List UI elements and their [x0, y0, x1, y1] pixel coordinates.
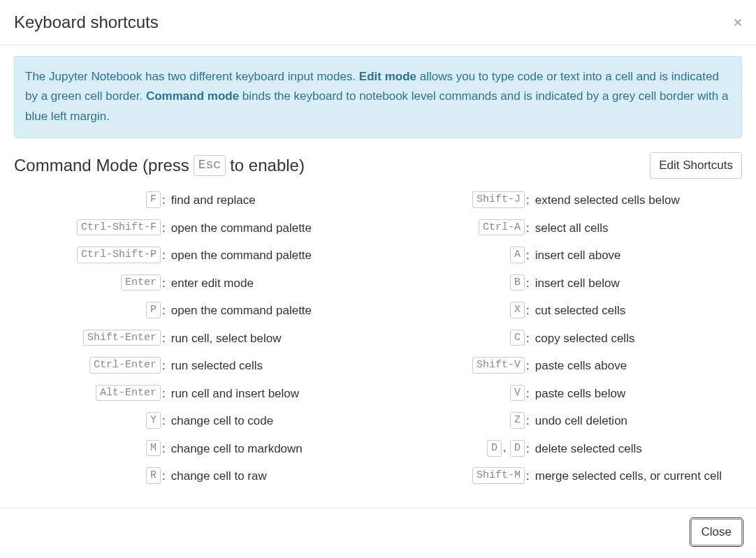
shortcut-keys: A: [378, 247, 525, 263]
shortcut-description: change cell to raw: [168, 467, 267, 485]
shortcuts-right-column: Shift-J:extend selected cells belowCtrl-…: [378, 191, 742, 487]
shortcut-keys: Shift-M: [378, 467, 525, 484]
shortcut-keys: Ctrl-A: [378, 219, 525, 236]
key-kbd: Z: [510, 412, 525, 429]
shortcut-row: P:open the command palette: [14, 302, 378, 320]
section-header: Command Mode (press Esc to enable) Edit …: [14, 152, 742, 179]
section-title: Command Mode (press Esc to enable): [14, 155, 305, 175]
close-button[interactable]: Close: [691, 519, 742, 545]
key-kbd: Ctrl-Shift-P: [77, 247, 161, 263]
shortcut-row: Shift-Enter:run cell, select below: [14, 330, 378, 348]
key-kbd: Shift-M: [472, 467, 525, 484]
section-title-post: to enable): [230, 156, 305, 175]
shortcut-row: Enter:enter edit mode: [14, 274, 378, 293]
info-bold-edit-mode: Edit mode: [359, 70, 416, 83]
key-kbd: Alt-Enter: [96, 385, 161, 402]
key-kbd: Y: [146, 412, 161, 429]
shortcut-row: Ctrl-Enter:run selected cells: [14, 357, 378, 375]
shortcut-keys: R: [14, 467, 161, 484]
shortcut-description: delete selected cells: [532, 440, 642, 458]
shortcut-description: cut selected cells: [532, 302, 625, 320]
colon: :: [525, 357, 532, 375]
shortcut-row: Shift-J:extend selected cells below: [378, 191, 742, 210]
key-kbd: X: [510, 302, 525, 318]
shortcut-keys: Shift-Enter: [14, 330, 161, 346]
modal-footer: Close: [0, 508, 756, 558]
colon: :: [161, 330, 168, 348]
shortcut-keys: M: [14, 440, 161, 457]
shortcut-keys: B: [378, 274, 525, 291]
shortcut-row: Y:change cell to code: [14, 412, 378, 430]
edit-shortcuts-button[interactable]: Edit Shortcuts: [650, 152, 742, 179]
shortcut-keys: Shift-J: [378, 191, 525, 208]
colon: :: [161, 440, 168, 458]
shortcut-description: enter edit mode: [168, 274, 254, 293]
colon: :: [161, 467, 168, 485]
key-kbd: B: [510, 274, 525, 291]
shortcut-description: open the command palette: [168, 247, 312, 265]
shortcut-keys: F: [14, 191, 161, 208]
colon: :: [525, 330, 532, 348]
shortcut-keys: Ctrl-Enter: [14, 357, 161, 374]
key-kbd: Ctrl-Shift-F: [77, 219, 161, 236]
shortcut-row: Shift-M:merge selected cells, or current…: [378, 467, 742, 487]
colon: :: [161, 412, 168, 430]
esc-key: Esc: [194, 155, 226, 175]
colon: :: [525, 191, 532, 210]
shortcut-description: open the command palette: [168, 219, 312, 237]
colon: :: [161, 191, 168, 210]
shortcut-keys: Ctrl-Shift-F: [14, 219, 161, 236]
shortcut-keys: C: [378, 330, 525, 346]
close-icon[interactable]: ×: [734, 15, 742, 29]
key-kbd: F: [146, 191, 161, 208]
colon: :: [525, 385, 532, 403]
key-kbd: D: [487, 440, 502, 457]
shortcut-keys: Y: [14, 412, 161, 429]
shortcut-keys: P: [14, 302, 161, 318]
key-kbd: A: [510, 247, 525, 263]
key-kbd: D: [510, 440, 525, 457]
shortcut-description: paste cells above: [532, 357, 627, 375]
shortcut-keys: Ctrl-Shift-P: [14, 247, 161, 263]
key-kbd: M: [146, 440, 161, 457]
shortcut-description: change cell to code: [168, 412, 274, 430]
shortcut-description: insert cell below: [532, 274, 620, 293]
key-kbd: Ctrl-A: [479, 219, 525, 236]
modal-body[interactable]: The Jupyter Notebook has two different k…: [0, 45, 756, 487]
colon: :: [525, 219, 532, 237]
shortcut-description: insert cell above: [532, 247, 621, 265]
shortcut-row: V:paste cells below: [378, 385, 742, 403]
key-kbd: Enter: [121, 274, 161, 291]
colon: :: [161, 357, 168, 375]
shortcut-row: Ctrl-Shift-F:open the command palette: [14, 219, 378, 237]
shortcut-row: B:insert cell below: [378, 274, 742, 293]
shortcut-description: extend selected cells below: [532, 191, 680, 210]
shortcut-description: run cell and insert below: [168, 385, 299, 403]
shortcut-row: Ctrl-A:select all cells: [378, 219, 742, 237]
colon: :: [525, 467, 532, 485]
shortcut-keys: Enter: [14, 274, 161, 291]
section-title-pre: Command Mode (press: [14, 156, 189, 175]
colon: :: [161, 274, 168, 293]
shortcut-description: copy selected cells: [532, 330, 635, 348]
shortcut-row: D, D:delete selected cells: [378, 440, 742, 458]
key-kbd: Ctrl-Enter: [89, 357, 161, 374]
modal-title: Keyboard shortcuts: [14, 10, 159, 34]
shortcut-description: open the command palette: [168, 302, 312, 320]
colon: :: [525, 274, 532, 293]
colon: :: [525, 440, 532, 458]
shortcut-description: undo cell deletion: [532, 412, 627, 430]
info-bold-command-mode: Command mode: [146, 89, 239, 103]
shortcut-row: R:change cell to raw: [14, 467, 378, 485]
key-kbd: Shift-J: [472, 191, 525, 208]
info-alert: The Jupyter Notebook has two different k…: [14, 56, 742, 139]
key-kbd: P: [146, 302, 161, 318]
key-kbd: Shift-Enter: [83, 330, 161, 346]
key-kbd: V: [510, 385, 525, 402]
key-separator: ,: [502, 441, 507, 453]
shortcut-description: find and replace: [168, 191, 256, 210]
shortcut-description: run selected cells: [168, 357, 263, 375]
colon: :: [161, 302, 168, 320]
shortcut-description: change cell to markdown: [168, 440, 303, 458]
shortcut-keys: X: [378, 302, 525, 318]
